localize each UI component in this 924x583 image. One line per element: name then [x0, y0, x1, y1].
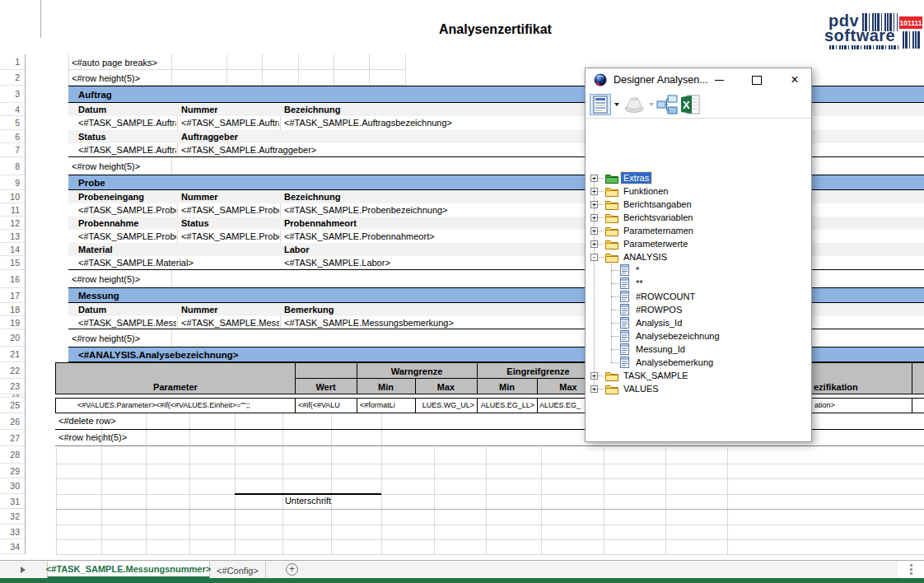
- row-header-14[interactable]: 14: [0, 243, 25, 256]
- grid-line: [56, 539, 924, 540]
- report-view-button[interactable]: [590, 94, 611, 115]
- row-header-11[interactable]: 11: [0, 203, 25, 217]
- grid-line: [56, 494, 924, 495]
- expand-box-icon[interactable]: +: [590, 372, 598, 380]
- cell-row-height[interactable]: <#row height(5)>: [68, 329, 343, 347]
- row-header-33[interactable]: 33: [0, 525, 25, 539]
- sheet-title-cell[interactable]: Analysenzertifikat: [439, 22, 552, 37]
- more-options-icon[interactable]: [910, 564, 912, 575]
- row-header-3[interactable]: 3: [0, 86, 25, 103]
- tree-item-node-7[interactable]: *: [586, 264, 811, 277]
- row-header-9[interactable]: 9: [0, 175, 25, 190]
- row-header-gutter: 1234567891011121314151617181920212223242…: [0, 54, 26, 554]
- tab-config[interactable]: <#Config>: [210, 562, 266, 579]
- signature-label-cell[interactable]: Unterschrift: [235, 496, 381, 506]
- tree-item-funktionen[interactable]: +Funktionen: [586, 184, 811, 198]
- row-header-7[interactable]: 7: [0, 143, 25, 157]
- row-header-34[interactable]: 34: [0, 539, 25, 554]
- cell-row-height[interactable]: <#row height(5)>: [68, 157, 343, 175]
- row-header-25[interactable]: 25: [0, 398, 25, 413]
- row-header-10[interactable]: 10: [0, 190, 25, 203]
- row-header-17[interactable]: 17: [0, 288, 25, 303]
- tree-item-values[interactable]: +VALUES: [586, 382, 811, 395]
- expand-box-icon[interactable]: +: [590, 175, 598, 182]
- expand-box-icon[interactable]: +: [590, 227, 598, 235]
- tree-item-berichtsvariablen[interactable]: +Berichtsvariablen: [586, 211, 811, 224]
- cell-label: Datum: [78, 303, 176, 316]
- expand-box-icon[interactable]: +: [590, 214, 598, 222]
- tree-item-analysebezeichnung[interactable]: Analysebezeichnung: [586, 329, 811, 343]
- row-header-6[interactable]: 6: [0, 130, 25, 143]
- cell-row-height[interactable]: <#row height(5)>: [68, 270, 343, 288]
- maximize-button[interactable]: [744, 68, 770, 91]
- row-header-29[interactable]: 29: [0, 464, 25, 478]
- tree-item-label: Parameterwerte: [621, 238, 690, 250]
- signature-line: [235, 493, 381, 495]
- expand-box-icon[interactable]: +: [590, 240, 598, 248]
- dialog-titlebar[interactable]: Designer Analysen... ×: [586, 68, 811, 91]
- logo-badge: 101111: [899, 16, 922, 29]
- designer-dialog: Designer Analysen... ×: [585, 68, 812, 442]
- row-header-23[interactable]: 23: [0, 379, 25, 394]
- row-header-2[interactable]: 2: [0, 70, 25, 86]
- row-header-26[interactable]: 26: [0, 413, 25, 430]
- tree-item-parameterwerte[interactable]: +Parameterwerte: [586, 237, 811, 250]
- tree-item-rowpos[interactable]: #ROWPOS: [586, 303, 811, 316]
- row-header-12[interactable]: 12: [0, 217, 25, 230]
- folder-icon: [605, 252, 618, 263]
- tree-item-berichtsangaben[interactable]: +Berichtsangaben: [586, 198, 811, 211]
- row-header-32[interactable]: 32: [0, 509, 25, 525]
- row-header-5[interactable]: 5: [0, 116, 25, 130]
- grid-line: [56, 464, 924, 464]
- report-dropdown-caret-icon[interactable]: [614, 103, 619, 106]
- tree-item-messung-id[interactable]: Messung_Id: [586, 343, 811, 356]
- col-header-warngrenze: Warngrenze: [357, 363, 477, 379]
- tree-item-rowcount[interactable]: #ROWCOUNT: [586, 290, 811, 303]
- tree-item-label: Berichtsangaben: [621, 198, 694, 210]
- minimize-button[interactable]: [706, 68, 732, 91]
- tab-task-sample-messungsnummer[interactable]: <#TASK_SAMPLE.Messungsnummer>: [47, 562, 210, 579]
- tree-item-parameternamen[interactable]: +Parameternamen: [586, 224, 811, 237]
- row-header-13[interactable]: 13: [0, 230, 25, 243]
- row-header-16[interactable]: 16: [0, 270, 25, 288]
- tree-connector: [611, 349, 619, 351]
- row-header-31[interactable]: 31: [0, 494, 25, 509]
- row-header-19[interactable]: 19: [0, 316, 25, 329]
- tree-item-task-sample[interactable]: +TASK_SAMPLE: [586, 369, 811, 382]
- expand-box-icon[interactable]: +: [590, 201, 598, 208]
- row-header-27[interactable]: 27: [0, 430, 25, 446]
- cell-values-parameter: <#VALUES.Parameter><#if(<#VALUES.Einheit…: [77, 399, 293, 413]
- expand-box-icon[interactable]: +: [590, 188, 598, 195]
- row-header-22[interactable]: 22: [0, 362, 25, 379]
- tree-item-node-8[interactable]: **: [586, 277, 811, 290]
- tree-connector: [611, 270, 619, 272]
- cell-auto-page-breaks[interactable]: <#auto page breaks>: [68, 54, 343, 70]
- row-header-20[interactable]: 20: [0, 329, 25, 347]
- tree-item-label: TASK_SAMPLE: [621, 370, 691, 381]
- cell-row-height[interactable]: <#row height(5)>: [68, 70, 343, 86]
- tree-item-extras[interactable]: +Extras: [586, 171, 811, 184]
- add-sheet-button[interactable]: +: [286, 563, 298, 576]
- tree-item-analysis-id[interactable]: Analysis_Id: [586, 316, 811, 329]
- row-header-28[interactable]: 28: [0, 446, 25, 464]
- row-header-21[interactable]: 21: [0, 347, 25, 362]
- expand-box-icon[interactable]: +: [590, 385, 598, 393]
- row-header-4[interactable]: 4: [0, 103, 25, 116]
- row-header-8[interactable]: 8: [0, 157, 25, 175]
- close-button[interactable]: ×: [782, 68, 808, 91]
- hierarchy-button[interactable]: [656, 95, 678, 117]
- sheet-nav-right-icon[interactable]: [21, 567, 26, 573]
- tree-item-label: VALUES: [621, 383, 661, 394]
- collapse-box-icon[interactable]: -: [590, 254, 598, 261]
- row-header-15[interactable]: 15: [0, 256, 25, 270]
- folder-icon: [605, 186, 618, 197]
- row-header-18[interactable]: 18: [0, 303, 25, 316]
- folder-icon: [605, 371, 618, 381]
- row-header-1[interactable]: 1: [0, 54, 25, 70]
- tree-item-analysebemerkung[interactable]: Analysebemerkung: [586, 356, 811, 369]
- tree-item-analysis[interactable]: -ANALYSIS: [586, 250, 811, 264]
- print-button-disabled[interactable]: [623, 96, 646, 115]
- cell-label: Probeneingang: [78, 190, 176, 203]
- excel-export-button[interactable]: X: [679, 94, 701, 117]
- row-header-30[interactable]: 30: [0, 478, 25, 494]
